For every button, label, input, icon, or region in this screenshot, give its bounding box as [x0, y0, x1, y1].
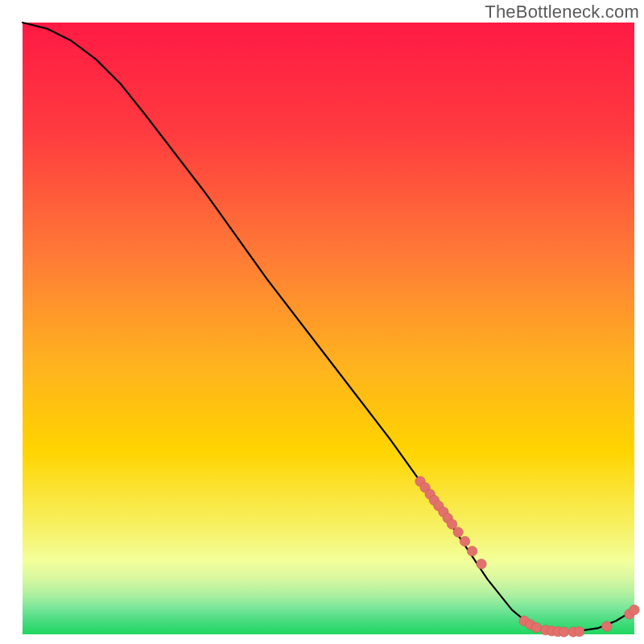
data-marker — [602, 621, 612, 631]
data-marker — [453, 527, 463, 537]
data-marker — [477, 559, 486, 568]
data-marker — [467, 546, 477, 555]
bottleneck-chart: TheBottleneck.com — [0, 0, 644, 644]
watermark-text: TheBottleneck.com — [485, 0, 639, 23]
data-marker — [574, 626, 584, 636]
data-marker — [531, 622, 541, 632]
data-marker — [630, 605, 639, 614]
data-marker — [559, 627, 568, 637]
data-marker — [460, 536, 469, 546]
chart-svg — [0, 0, 644, 644]
chart-gradient-bg — [23, 23, 634, 634]
